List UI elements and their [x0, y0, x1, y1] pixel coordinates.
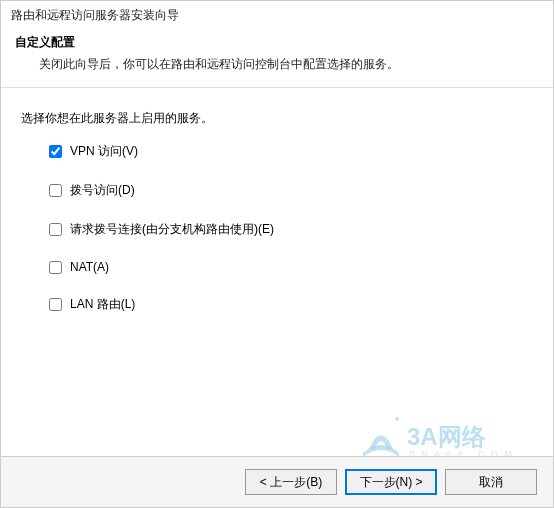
options-list: VPN 访问(V) 拨号访问(D) 请求拨号连接(由分支机构路由使用)(E) N…	[21, 143, 533, 313]
wizard-title: 路由和远程访问服务器安装向导	[1, 1, 553, 30]
divider	[1, 87, 553, 88]
option-dialup: 拨号访问(D)	[49, 182, 533, 199]
checkbox-vpn[interactable]	[49, 145, 62, 158]
footer-buttons: < 上一步(B) 下一步(N) > 取消	[1, 456, 553, 507]
header-description: 关闭此向导后，你可以在路由和远程访问控制台中配置选择的服务。	[15, 55, 539, 73]
option-vpn: VPN 访问(V)	[49, 143, 533, 160]
option-label-demand-dial[interactable]: 请求拨号连接(由分支机构路由使用)(E)	[70, 221, 274, 238]
watermark-logo: 3A网络 S N A A A . C O M	[363, 413, 543, 459]
checkbox-nat[interactable]	[49, 261, 62, 274]
checkbox-lan-routing[interactable]	[49, 298, 62, 311]
checkbox-dialup[interactable]	[49, 184, 62, 197]
option-lan-routing: LAN 路由(L)	[49, 296, 533, 313]
next-button[interactable]: 下一步(N) >	[345, 469, 437, 495]
option-label-dialup[interactable]: 拨号访问(D)	[70, 182, 135, 199]
content-area: 选择你想在此服务器上启用的服务。 VPN 访问(V) 拨号访问(D) 请求拨号连…	[1, 106, 553, 313]
option-label-nat[interactable]: NAT(A)	[70, 260, 109, 274]
cancel-button[interactable]: 取消	[445, 469, 537, 495]
svg-text:3A网络: 3A网络	[407, 423, 487, 450]
prompt-text: 选择你想在此服务器上启用的服务。	[21, 110, 533, 127]
checkbox-demand-dial[interactable]	[49, 223, 62, 236]
back-button[interactable]: < 上一步(B)	[245, 469, 337, 495]
option-nat: NAT(A)	[49, 260, 533, 274]
header-title: 自定义配置	[15, 34, 539, 51]
wizard-dialog: 路由和远程访问服务器安装向导 自定义配置 关闭此向导后，你可以在路由和远程访问控…	[0, 0, 554, 508]
option-label-lan-routing[interactable]: LAN 路由(L)	[70, 296, 135, 313]
option-demand-dial: 请求拨号连接(由分支机构路由使用)(E)	[49, 221, 533, 238]
header-section: 自定义配置 关闭此向导后，你可以在路由和远程访问控制台中配置选择的服务。	[1, 30, 553, 83]
option-label-vpn[interactable]: VPN 访问(V)	[70, 143, 138, 160]
svg-point-0	[395, 417, 399, 421]
